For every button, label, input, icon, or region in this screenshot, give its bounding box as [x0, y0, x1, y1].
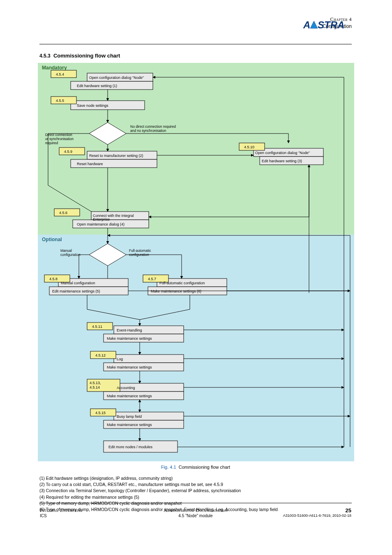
svg-text:4.5.11: 4.5.11 — [92, 325, 102, 329]
svg-text:Event-Handling: Event-Handling — [117, 328, 142, 332]
svg-text:4.5.14: 4.5.14 — [90, 385, 100, 389]
flowchart-diagram: Mandatory Optional .box { fill:#e9e9e9; … — [38, 63, 354, 461]
svg-text:4.5.12: 4.5.12 — [95, 353, 106, 357]
logo-prefix: A — [303, 19, 310, 30]
decision2-right-label: Full-automaticconfiguration — [129, 249, 151, 257]
region-optional-label: Optional — [42, 237, 62, 242]
svg-text:Save node settings: Save node settings — [77, 104, 108, 108]
section-number: 4.5.3 — [39, 53, 51, 59]
step-edit-more-nodes: Edit more nodes / modules — [104, 441, 178, 452]
svg-text:4.5.13,: 4.5.13, — [90, 381, 101, 385]
header-divider — [39, 44, 352, 44]
page-footer: Integral Enterprise ICS Administrator Do… — [39, 507, 352, 518]
svg-text:Edit more nodes / modules: Edit more nodes / modules — [108, 445, 153, 449]
svg-text:4.5.5: 4.5.5 — [56, 99, 64, 103]
svg-text:Reset hardware: Reset hardware — [77, 162, 103, 166]
svg-text:Reset to manufacturer setting : Reset to manufacturer setting (2) — [89, 154, 143, 158]
region-mandatory-label: Mandatory — [42, 65, 67, 71]
svg-text:Full-automatic configuration: Full-automatic configuration — [159, 281, 205, 285]
brand-logo: A STRA — [303, 19, 352, 31]
svg-text:Busy lamp field: Busy lamp field — [117, 415, 142, 419]
svg-text:Make maintenance settings: Make maintenance settings — [107, 336, 152, 341]
logo-suffix: STRA — [318, 19, 344, 30]
svg-text:4.5.9: 4.5.9 — [64, 150, 72, 154]
logo-triangle-icon — [310, 21, 318, 28]
svg-text:Edit maintenance settings (5): Edit maintenance settings (5) — [52, 289, 100, 293]
svg-text:Edit hardware setting (3): Edit hardware setting (3) — [262, 159, 302, 163]
svg-text:Make maintenance settings: Make maintenance settings — [107, 394, 152, 398]
svg-text:4.5.10: 4.5.10 — [244, 145, 254, 149]
region-optional — [38, 235, 354, 461]
svg-text:Accounting: Accounting — [117, 386, 135, 390]
svg-text:Make maintenance settings (6): Make maintenance settings (6) — [151, 289, 201, 293]
page-number: 25 — [249, 507, 351, 514]
svg-rect-58 — [114, 355, 184, 363]
svg-text:4.5.15: 4.5.15 — [95, 411, 106, 415]
svg-text:Open configuration dialog "Nod: Open configuration dialog "Node" — [255, 151, 310, 155]
section-title: Commissioning flow chart — [53, 53, 120, 59]
svg-text:Edit hardware setting (1): Edit hardware setting (1) — [77, 84, 117, 88]
svg-text:Open maintenance dialog (4): Open maintenance dialog (4) — [77, 222, 125, 226]
svg-text:Make maintenance settings: Make maintenance settings — [107, 423, 152, 427]
svg-text:Manual configuration: Manual configuration — [61, 281, 95, 285]
svg-text:Log: Log — [117, 357, 123, 361]
svg-text:4.5.6: 4.5.6 — [59, 211, 67, 215]
svg-text:4.5.4: 4.5.4 — [56, 72, 64, 76]
footer-divider — [39, 503, 352, 503]
svg-text:Open configuration dialog "Nod: Open configuration dialog "Node" — [89, 76, 144, 80]
figure-caption: Fig. 4.1 Commissioning flow chart — [39, 465, 352, 470]
svg-text:4.5.8: 4.5.8 — [49, 277, 58, 281]
svg-text:Make maintenance settings: Make maintenance settings — [107, 365, 152, 369]
svg-text:Enterprise: Enterprise — [93, 217, 110, 221]
svg-text:4.5.7: 4.5.7 — [148, 277, 156, 281]
